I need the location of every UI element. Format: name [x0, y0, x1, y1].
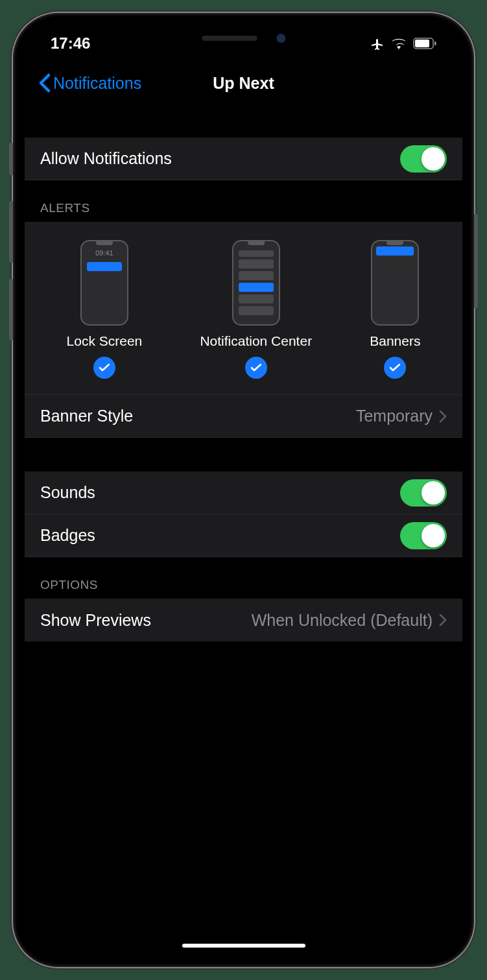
allow-notifications-row: Allow Notifications — [25, 137, 462, 180]
nav-bar: Notifications Up Next — [25, 62, 462, 104]
alert-option-banners[interactable]: Banners — [370, 240, 420, 379]
allow-notifications-label: Allow Notifications — [40, 149, 172, 168]
show-previews-label: Show Previews — [40, 611, 151, 630]
badges-label: Badges — [40, 526, 95, 545]
page-title: Up Next — [213, 74, 274, 93]
spacer — [25, 438, 462, 472]
alert-label: Lock Screen — [67, 333, 143, 349]
check-circle-icon — [93, 357, 115, 379]
front-camera — [276, 34, 285, 43]
sounds-label: Sounds — [40, 483, 95, 502]
airplane-mode-icon — [369, 36, 385, 51]
screen: 17:46 Notifications Up Next Allow Notifi… — [25, 25, 462, 955]
show-previews-row[interactable]: Show Previews When Unlocked (Default) — [25, 599, 462, 641]
volume-down-button — [9, 279, 13, 341]
badges-toggle[interactable] — [400, 522, 447, 549]
chevron-left-icon — [39, 73, 51, 93]
banner-style-value: Temporary — [356, 407, 433, 425]
toggle-knob — [422, 147, 445, 171]
content-area: Notifications Up Next Allow Notification… — [25, 25, 462, 955]
alert-label: Banners — [370, 333, 420, 349]
banner-style-row[interactable]: Banner Style Temporary — [25, 395, 462, 438]
back-label: Notifications — [53, 74, 141, 93]
show-previews-value: When Unlocked (Default) — [252, 611, 433, 630]
sounds-toggle[interactable] — [400, 479, 447, 507]
mute-switch — [9, 143, 13, 175]
alerts-row: 09:41 Lock Screen — [25, 222, 462, 395]
alerts-section-header: Alerts — [25, 180, 462, 222]
toggle-knob — [422, 481, 445, 505]
back-button[interactable]: Notifications — [39, 73, 141, 93]
badges-row: Badges — [25, 514, 462, 557]
lock-screen-preview-icon: 09:41 — [80, 240, 128, 326]
svg-rect-1 — [415, 40, 429, 47]
status-icons — [369, 36, 436, 51]
alert-option-notification-center[interactable]: Notification Center — [200, 240, 312, 379]
allow-notifications-toggle[interactable] — [400, 145, 447, 173]
banner-style-label: Banner Style — [40, 407, 133, 425]
wifi-icon — [391, 38, 407, 49]
sounds-row: Sounds — [25, 472, 462, 514]
speaker-grille — [202, 36, 257, 41]
chevron-right-icon — [439, 614, 447, 627]
check-circle-icon — [245, 357, 267, 379]
svg-rect-2 — [434, 42, 436, 45]
banners-preview-icon — [371, 240, 419, 326]
status-time: 17:46 — [51, 34, 90, 53]
phone-device-frame: 17:46 Notifications Up Next Allow Notifi… — [13, 13, 474, 967]
power-button — [474, 214, 478, 308]
alert-option-lock-screen[interactable]: 09:41 Lock Screen — [67, 240, 143, 379]
home-indicator[interactable] — [182, 944, 305, 948]
notification-center-preview-icon — [232, 240, 280, 326]
spacer — [25, 104, 462, 137]
alert-label: Notification Center — [200, 333, 312, 349]
notch — [151, 25, 336, 52]
toggle-knob — [422, 524, 445, 547]
chevron-right-icon — [439, 410, 447, 423]
volume-up-button — [9, 201, 13, 263]
options-section-header: Options — [25, 557, 462, 599]
battery-icon — [413, 38, 436, 49]
check-circle-icon — [384, 357, 406, 379]
